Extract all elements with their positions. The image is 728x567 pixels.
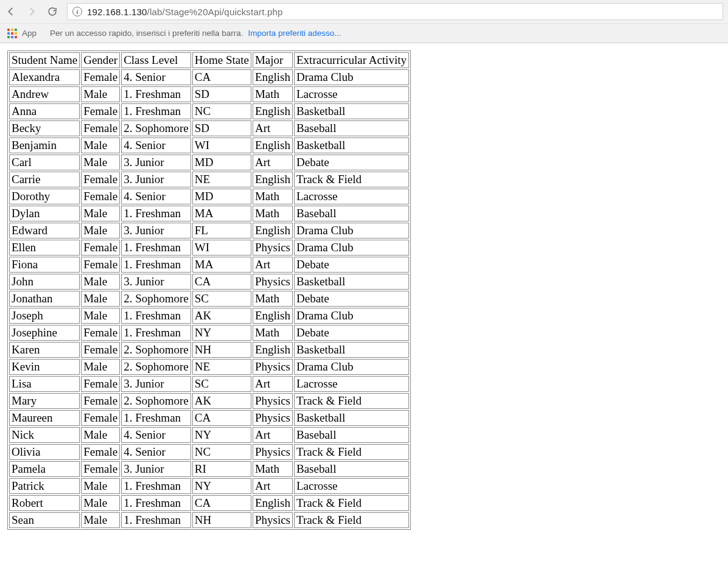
table-cell: Drama Club xyxy=(294,240,409,256)
table-cell: Art xyxy=(253,257,293,273)
table-cell: Patrick xyxy=(9,478,80,494)
table-cell: 1. Freshman xyxy=(121,410,191,426)
table-cell: CA xyxy=(192,410,251,426)
table-cell: Ellen xyxy=(9,240,80,256)
table-row: CarrieFemale3. JuniorNEEnglishTrack & Fi… xyxy=(9,172,409,187)
table-cell: Kevin xyxy=(9,359,80,375)
table-cell: Basketball xyxy=(294,410,409,426)
table-cell: English xyxy=(253,495,293,511)
page-content: Student NameGenderClass LevelHome StateM… xyxy=(0,43,728,537)
table-cell: Female xyxy=(81,444,120,460)
table-cell: Male xyxy=(81,495,120,511)
table-cell: Male xyxy=(81,308,120,324)
table-cell: Becky xyxy=(9,120,80,136)
table-cell: 2. Sophomore xyxy=(121,342,191,358)
table-cell: Math xyxy=(253,189,293,204)
table-row: DorothyFemale4. SeniorMDMathLacrosse xyxy=(9,189,409,204)
table-cell: Art xyxy=(253,427,293,443)
url-path: /lab/Stage%20Api/quickstart.php xyxy=(147,7,283,17)
reload-button[interactable] xyxy=(46,5,58,18)
table-cell: Baseball xyxy=(294,120,409,136)
table-row: KevinMale2. SophomoreNEPhysicsDrama Club xyxy=(9,359,409,375)
table-cell: Male xyxy=(81,223,120,238)
table-row: CarlMale3. JuniorMDArtDebate xyxy=(9,155,409,170)
table-row: BeckyFemale2. SophomoreSDArtBaseball xyxy=(9,120,409,136)
table-cell: John xyxy=(9,274,80,290)
table-cell: NC xyxy=(192,444,251,460)
table-cell: Female xyxy=(81,257,120,273)
table-cell: Track & Field xyxy=(294,495,409,511)
table-cell: CA xyxy=(192,69,251,85)
table-cell: Basketball xyxy=(294,274,409,290)
table-cell: FL xyxy=(192,223,251,238)
table-cell: Karen xyxy=(9,342,80,358)
table-cell: 1. Freshman xyxy=(121,206,191,221)
table-cell: Track & Field xyxy=(294,444,409,460)
table-cell: RI xyxy=(192,461,251,477)
table-cell: Lacrosse xyxy=(294,478,409,494)
table-cell: Physics xyxy=(253,359,293,375)
bookmarks-app-label[interactable]: App xyxy=(22,29,37,38)
table-cell: 1. Freshman xyxy=(121,325,191,341)
bookmarks-import-link[interactable]: Importa preferiti adesso... xyxy=(248,29,341,38)
table-cell: 1. Freshman xyxy=(121,240,191,256)
table-cell: Female xyxy=(81,410,120,426)
table-cell: Baseball xyxy=(294,206,409,221)
table-cell: Male xyxy=(81,427,120,443)
table-cell: 3. Junior xyxy=(121,172,191,187)
forward-button[interactable] xyxy=(26,5,38,18)
table-cell: Art xyxy=(253,155,293,170)
table-cell: Female xyxy=(81,120,120,136)
table-cell: English xyxy=(253,223,293,238)
bookmarks-bar: App Per un accesso rapido, inserisci i p… xyxy=(0,23,728,43)
table-cell: Female xyxy=(81,172,120,187)
table-cell: 2. Sophomore xyxy=(121,291,191,307)
table-row: JosephineFemale1. FreshmanNYMathDebate xyxy=(9,325,409,341)
table-cell: Male xyxy=(81,478,120,494)
table-cell: SD xyxy=(192,120,251,136)
site-info-icon[interactable]: i xyxy=(72,7,82,16)
table-cell: SC xyxy=(192,376,251,392)
table-row: MaureenFemale1. FreshmanCAPhysicsBasketb… xyxy=(9,410,409,426)
table-cell: Math xyxy=(253,461,293,477)
back-button[interactable] xyxy=(5,5,17,18)
table-cell: Robert xyxy=(9,495,80,511)
table-cell: Anna xyxy=(9,103,80,119)
table-cell: SC xyxy=(192,291,251,307)
table-row: FionaFemale1. FreshmanMAArtDebate xyxy=(9,257,409,273)
table-cell: 3. Junior xyxy=(121,223,191,238)
table-row: AnnaFemale1. FreshmanNCEnglishBasketball xyxy=(9,103,409,119)
table-cell: NE xyxy=(192,359,251,375)
table-cell: Benjamin xyxy=(9,137,80,153)
table-cell: Lisa xyxy=(9,376,80,392)
table-cell: Math xyxy=(253,86,293,102)
table-cell: 2. Sophomore xyxy=(121,120,191,136)
table-cell: Lacrosse xyxy=(294,86,409,102)
table-cell: 3. Junior xyxy=(121,376,191,392)
table-cell: Male xyxy=(81,512,120,528)
table-cell: WI xyxy=(192,240,251,256)
table-cell: Debate xyxy=(294,257,409,273)
table-row: MaryFemale2. SophomoreAKPhysicsTrack & F… xyxy=(9,393,409,409)
table-row: KarenFemale2. SophomoreNHEnglishBasketba… xyxy=(9,342,409,358)
table-cell: 1. Freshman xyxy=(121,308,191,324)
table-cell: 3. Junior xyxy=(121,461,191,477)
table-cell: 2. Sophomore xyxy=(121,359,191,375)
table-header-cell: Home State xyxy=(192,52,251,68)
arrow-right-icon xyxy=(26,6,37,17)
table-cell: Jonathan xyxy=(9,291,80,307)
table-row: JosephMale1. FreshmanAKEnglishDrama Club xyxy=(9,308,409,324)
table-cell: Female xyxy=(81,376,120,392)
table-body: AlexandraFemale4. SeniorCAEnglishDrama C… xyxy=(9,69,409,528)
table-cell: 4. Senior xyxy=(121,189,191,204)
table-row: PatrickMale1. FreshmanNYArtLacrosse xyxy=(9,478,409,494)
browser-chrome: i 192.168.1.130/lab/Stage%20Api/quicksta… xyxy=(0,0,728,43)
table-cell: Track & Field xyxy=(294,512,409,528)
table-cell: 1. Freshman xyxy=(121,478,191,494)
table-cell: Male xyxy=(81,206,120,221)
table-header-cell: Class Level xyxy=(121,52,191,68)
table-cell: Female xyxy=(81,189,120,204)
apps-icon[interactable] xyxy=(7,29,17,38)
table-cell: NH xyxy=(192,512,251,528)
url-bar[interactable]: i 192.168.1.130/lab/Stage%20Api/quicksta… xyxy=(67,3,723,20)
